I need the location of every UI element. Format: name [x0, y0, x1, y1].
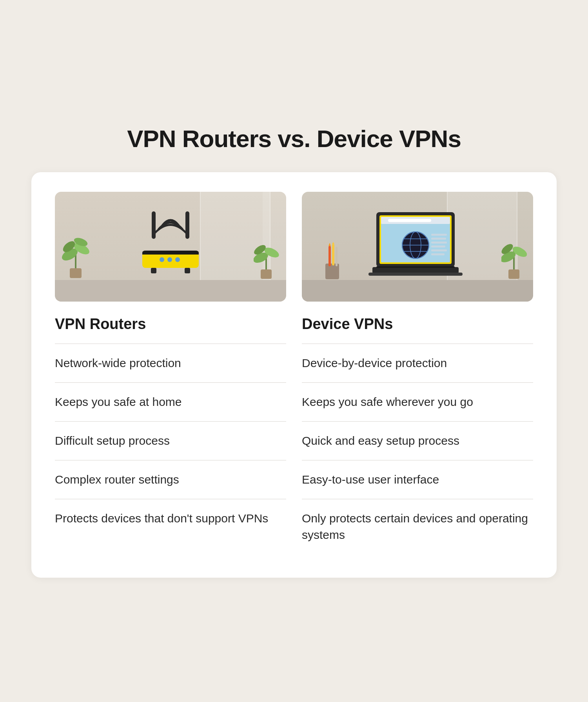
svg-rect-29	[332, 244, 334, 266]
svg-rect-7	[185, 211, 189, 239]
comparison-card: VPN Routers Network-wide protection Keep…	[31, 172, 557, 578]
divider-v-0	[302, 344, 533, 344]
vpn-feature-0: Device-by-device protection	[302, 355, 533, 371]
plant-laptop-right-icon	[501, 227, 527, 282]
divider-r-4	[55, 499, 286, 499]
vpn-feature-4: Only protects certain devices and operat…	[302, 510, 533, 543]
svg-rect-16	[142, 253, 199, 255]
plant-right-icon	[254, 227, 279, 282]
vpns-heading: Device VPNs	[302, 316, 533, 333]
divider-r-3	[55, 460, 286, 460]
routers-heading: VPN Routers	[55, 316, 286, 333]
svg-rect-45	[431, 238, 446, 240]
divider-r-2	[55, 421, 286, 422]
router-feature-4: Protects devices that don't support VPNs	[55, 510, 286, 527]
laptop-icon	[368, 208, 463, 285]
divider-r-0	[55, 344, 286, 344]
router-feature-3: Complex router settings	[55, 471, 286, 488]
laptop-illustration	[302, 192, 533, 302]
svg-marker-32	[332, 242, 334, 244]
columns-grid: VPN Routers Network-wide protection Keep…	[55, 192, 533, 554]
svg-marker-31	[328, 243, 331, 246]
svg-rect-6	[152, 211, 156, 239]
divider-v-1	[302, 382, 533, 383]
page-title: VPN Routers vs. Device VPNs	[127, 125, 461, 153]
svg-rect-48	[431, 249, 447, 251]
vpn-feature-3: Easy-to-use user interface	[302, 471, 533, 488]
router-feature-0: Network-wide protection	[55, 355, 286, 371]
svg-rect-49	[431, 253, 445, 255]
vpn-feature-1: Keeps you safe wherever you go	[302, 394, 533, 410]
svg-rect-17	[261, 269, 272, 279]
svg-rect-37	[388, 219, 431, 222]
divider-v-2	[302, 421, 533, 422]
page-wrapper: VPN Routers vs. Device VPNs	[31, 125, 557, 578]
svg-point-12	[175, 257, 180, 262]
svg-rect-51	[376, 266, 455, 268]
svg-rect-13	[151, 268, 156, 273]
svg-point-11	[167, 257, 172, 262]
divider-r-1	[55, 382, 286, 383]
column-vpn-routers: VPN Routers Network-wide protection Keep…	[55, 192, 286, 554]
plant-left-icon	[62, 223, 89, 282]
svg-rect-30	[336, 247, 338, 266]
svg-rect-44	[431, 234, 447, 236]
router-feature-1: Keeps you safe at home	[55, 394, 286, 410]
vpn-feature-2: Quick and easy setup process	[302, 433, 533, 449]
divider-v-4	[302, 499, 533, 499]
column-device-vpns: Device VPNs Device-by-device protection …	[302, 192, 533, 554]
router-icon	[127, 207, 214, 286]
divider-v-3	[302, 460, 533, 460]
router-feature-2: Difficult setup process	[55, 433, 286, 449]
svg-rect-50	[372, 267, 459, 273]
router-illustration	[55, 192, 286, 302]
svg-rect-22	[508, 269, 519, 279]
svg-rect-28	[328, 246, 331, 266]
svg-rect-46	[431, 242, 447, 244]
svg-rect-47	[431, 246, 445, 247]
svg-rect-14	[185, 268, 190, 273]
svg-rect-0	[70, 268, 82, 278]
svg-point-10	[160, 257, 164, 262]
pencil-cup-icon	[321, 242, 343, 281]
svg-rect-52	[368, 273, 463, 276]
